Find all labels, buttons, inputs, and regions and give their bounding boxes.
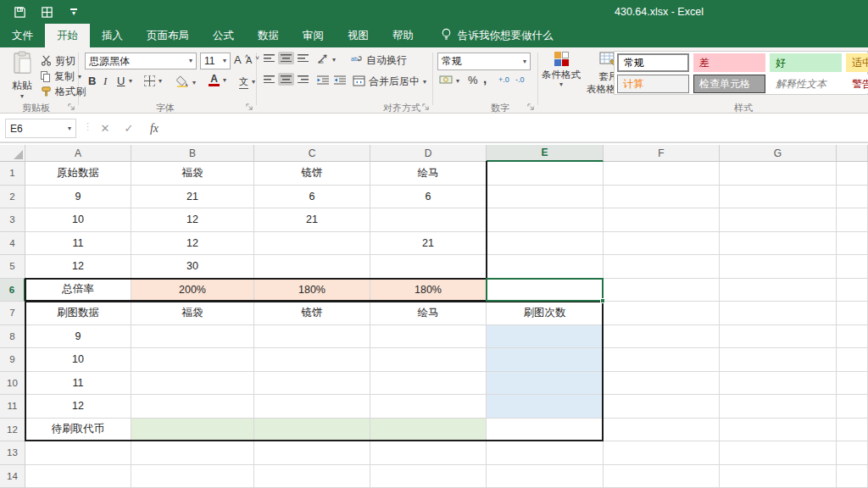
ribbon-tab-1[interactable]: 文件 (0, 24, 45, 47)
cell-G5[interactable] (720, 255, 837, 279)
selection-fill-handle[interactable] (600, 298, 605, 303)
row-header-5[interactable]: 5 (0, 255, 25, 279)
cell-G10[interactable] (720, 372, 837, 396)
cell-C13[interactable] (254, 441, 370, 465)
cell-E2[interactable] (487, 186, 604, 209)
tell-me-box[interactable]: 告诉我你想要做什么 (432, 24, 562, 47)
align-center-button[interactable] (278, 73, 294, 86)
cell-G12[interactable] (720, 419, 837, 442)
cell-D8[interactable] (370, 325, 487, 349)
cell-F3[interactable] (604, 208, 720, 232)
cell-E12[interactable] (487, 419, 604, 442)
cell-H8[interactable] (837, 325, 868, 349)
cell-E7[interactable]: 刷图次数 (487, 302, 604, 325)
cell-F14[interactable] (604, 465, 720, 488)
ribbon-tab-8[interactable]: 视图 (336, 24, 381, 47)
cell-C3[interactable]: 21 (254, 208, 370, 232)
cell-C11[interactable] (254, 395, 370, 419)
cell-F9[interactable] (604, 348, 720, 372)
font-dialog-launcher-icon[interactable] (246, 102, 254, 110)
cell-A6[interactable]: 总倍率 (25, 279, 131, 302)
cell-E10[interactable] (487, 372, 604, 396)
cell-A7[interactable]: 刷图数据 (25, 302, 131, 325)
cell-H7[interactable] (837, 302, 868, 325)
cell-D9[interactable] (370, 348, 487, 372)
cell-G11[interactable] (720, 395, 837, 419)
cell-A10[interactable]: 11 (25, 372, 131, 396)
cell-E8[interactable] (487, 325, 604, 349)
fill-color-button[interactable]: ▾ (176, 75, 196, 90)
cell-style-chip[interactable]: 差 (693, 53, 765, 72)
row-header-6[interactable]: 6 (0, 279, 25, 302)
cell-D10[interactable] (370, 372, 487, 396)
cell-D13[interactable] (370, 441, 487, 465)
cell-style-chip[interactable]: 检查单元格 (693, 75, 765, 93)
cell-D14[interactable] (370, 465, 487, 488)
cell-F8[interactable] (604, 325, 720, 349)
merge-center-button[interactable]: 合并后居中 ▾ (353, 75, 426, 89)
cell-B10[interactable] (131, 372, 254, 396)
cell-style-chip[interactable]: 警告文 (846, 75, 868, 93)
row-header-11[interactable]: 11 (0, 395, 25, 419)
cell-F13[interactable] (604, 441, 720, 465)
bold-button[interactable]: B (88, 75, 96, 87)
row-header-8[interactable]: 8 (0, 325, 25, 349)
underline-dropdown-icon[interactable]: ▾ (129, 78, 132, 85)
cell-style-chip[interactable]: 常规 (617, 53, 689, 72)
cell-B8[interactable] (131, 325, 254, 349)
enter-icon[interactable]: ✓ (119, 119, 139, 138)
borders-button[interactable]: ▾ (144, 75, 162, 86)
percent-style-button[interactable]: % (468, 74, 478, 86)
cell-H6[interactable] (837, 279, 868, 302)
cell-B7[interactable]: 福袋 (131, 302, 254, 325)
cell-E13[interactable] (487, 441, 604, 465)
cell-style-chip[interactable]: 好 (770, 53, 842, 72)
cell-F11[interactable] (604, 395, 720, 419)
decrease-indent-button[interactable] (317, 75, 329, 87)
wrap-text-button[interactable]: ab 自动换行 (351, 53, 407, 68)
formula-bar-splitter[interactable]: ⋮ (83, 121, 92, 132)
cell-H12[interactable] (837, 419, 868, 442)
ribbon-tab-7[interactable]: 审阅 (291, 24, 336, 47)
ribbon-tab-5[interactable]: 公式 (201, 24, 246, 47)
cell-F12[interactable] (604, 419, 720, 442)
cell-G13[interactable] (720, 441, 837, 465)
row-header-12[interactable]: 12 (0, 419, 25, 442)
cell-D12[interactable] (370, 419, 487, 442)
italic-button[interactable]: I (103, 75, 107, 88)
workbook-grid-icon[interactable] (39, 4, 54, 19)
cell-C1[interactable]: 镜饼 (254, 162, 370, 186)
align-left-button[interactable] (261, 73, 277, 86)
row-header-1[interactable]: 1 (0, 162, 25, 186)
cell-D3[interactable] (370, 208, 487, 232)
col-header-D[interactable]: D (370, 145, 487, 162)
align-bottom-button[interactable] (295, 52, 311, 64)
cell-B14[interactable] (131, 465, 254, 488)
cell-A3[interactable]: 10 (25, 208, 131, 232)
decrease-decimal-button[interactable]: -.0 (515, 75, 525, 84)
cell-D1[interactable]: 绘马 (370, 162, 487, 186)
ribbon-tab-3[interactable]: 插入 (90, 24, 135, 47)
align-top-button[interactable] (261, 52, 277, 64)
cell-G9[interactable] (720, 348, 837, 372)
cell-H1[interactable] (837, 162, 868, 186)
cell-C4[interactable] (254, 232, 370, 256)
cell-E5[interactable] (487, 255, 604, 279)
cell-A4[interactable]: 11 (25, 232, 131, 256)
cell-E14[interactable] (487, 465, 604, 488)
accounting-format-button[interactable]: ▾ (439, 75, 459, 87)
cell-A11[interactable]: 12 (25, 395, 131, 419)
cell-B3[interactable]: 12 (131, 208, 254, 232)
cell-F5[interactable] (604, 255, 720, 279)
cell-F6[interactable] (604, 279, 720, 302)
cell-F10[interactable] (604, 372, 720, 396)
cell-G1[interactable] (720, 162, 837, 186)
row-header-3[interactable]: 3 (0, 208, 25, 232)
select-all-corner[interactable] (0, 145, 25, 162)
cell-E11[interactable] (487, 395, 604, 419)
cell-A5[interactable]: 12 (25, 255, 131, 279)
cell-A9[interactable]: 10 (25, 348, 131, 372)
cell-C9[interactable] (254, 348, 370, 372)
cell-C8[interactable] (254, 325, 370, 349)
row-header-2[interactable]: 2 (0, 186, 25, 209)
